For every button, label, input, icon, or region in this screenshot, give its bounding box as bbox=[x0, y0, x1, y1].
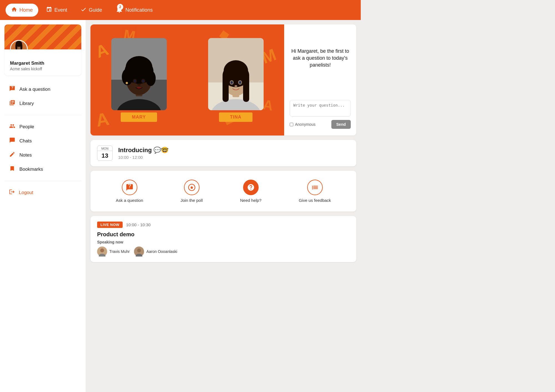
sidebar-item-ask-question[interactable]: Ask a question bbox=[4, 82, 81, 96]
svg-point-44 bbox=[137, 248, 141, 252]
live-session-card: LIVE NOW 10:00 - 10:30 Product demo Spea… bbox=[90, 216, 356, 262]
sidebar-item-notes[interactable]: Notes bbox=[4, 148, 81, 162]
join-poll-circle-icon bbox=[184, 180, 200, 195]
people-icon bbox=[9, 123, 16, 130]
svg-point-19 bbox=[142, 80, 144, 82]
nav-notifications-label: Notifications bbox=[125, 7, 153, 13]
need-help-action-label: Need help? bbox=[240, 198, 261, 203]
bookmarks-label: Bookmarks bbox=[19, 167, 43, 172]
question-panel: Hi Margaret, be the first to ask a quest… bbox=[284, 24, 356, 135]
actions-bar: Ask a question Join the poll bbox=[90, 171, 356, 212]
date-badge-number: 13 bbox=[97, 151, 112, 160]
anonymous-checkbox[interactable] bbox=[290, 123, 293, 126]
ask-question-circle-icon bbox=[122, 180, 137, 195]
main-content: A M A M ◆ ◆ M A bbox=[86, 20, 361, 392]
main-layout: Margaret Smith Acme sales kickoff Ask a … bbox=[0, 20, 361, 392]
video-stage: A M A M ◆ ◆ M A bbox=[90, 24, 284, 135]
anonymous-label: Anonymous bbox=[295, 122, 316, 127]
sidebar-item-chats[interactable]: Chats bbox=[4, 134, 81, 148]
avatar bbox=[10, 40, 28, 49]
speaker-chip-2: Aaron Oooanlaski bbox=[134, 247, 177, 257]
live-session-header: LIVE NOW 10:00 - 10:30 bbox=[97, 222, 350, 228]
nav-event[interactable]: Event bbox=[41, 4, 73, 17]
event-icon bbox=[46, 6, 52, 14]
speaker-name-2: Aaron Oooanlaski bbox=[146, 249, 177, 254]
library-label: Library bbox=[19, 101, 34, 106]
speaker-avatar-2 bbox=[134, 247, 144, 257]
action-join-poll[interactable]: Join the poll bbox=[175, 177, 208, 205]
speaker-avatar-1 bbox=[97, 247, 107, 257]
speaker-tina-card: TINA bbox=[187, 34, 284, 126]
sidebar-nav: Ask a question Library bbox=[0, 80, 86, 113]
action-feedback[interactable]: Give us feedback bbox=[293, 177, 337, 205]
live-session-title: Product demo bbox=[97, 231, 350, 238]
speaker-tina-photo bbox=[208, 38, 264, 110]
question-footer: Anonymous Send bbox=[290, 120, 351, 129]
join-poll-action-label: Join the poll bbox=[180, 198, 203, 203]
sidebar-item-library[interactable]: Library bbox=[4, 96, 81, 110]
notes-label: Notes bbox=[19, 152, 32, 158]
send-button[interactable]: Send bbox=[331, 120, 351, 129]
sidebar-item-bookmarks[interactable]: Bookmarks bbox=[4, 162, 81, 176]
action-ask-question[interactable]: Ask a question bbox=[110, 177, 148, 205]
ask-question-label: Ask a question bbox=[19, 87, 51, 92]
live-session-time: 10:00 - 10:30 bbox=[126, 222, 150, 227]
session-title: Introducing 💬🤓 bbox=[118, 147, 350, 154]
sidebar-item-logout[interactable]: Logout bbox=[0, 185, 86, 200]
need-help-circle-icon bbox=[243, 180, 259, 195]
speaker-mary-name: MARY bbox=[121, 112, 157, 122]
svg-point-41 bbox=[100, 248, 104, 252]
action-need-help[interactable]: Need help? bbox=[234, 177, 267, 205]
question-input-area: Anonymous Send bbox=[290, 100, 351, 129]
svg-point-15 bbox=[126, 56, 152, 78]
svg-point-6 bbox=[16, 41, 22, 47]
top-nav: Home Event Guide 2 Notifications bbox=[0, 0, 361, 20]
speaker-name-1: Travis Muhr bbox=[109, 249, 130, 254]
speaker-mary-photo bbox=[111, 38, 167, 110]
profile-name: Margaret Smith bbox=[10, 61, 76, 66]
svg-rect-39 bbox=[312, 189, 313, 189]
session-bar: MON 13 Introducing 💬🤓 10:00 - 12:00 bbox=[90, 140, 356, 166]
speaker-mary-card: MARY bbox=[90, 34, 187, 126]
svg-rect-38 bbox=[312, 187, 313, 188]
chats-label: Chats bbox=[19, 138, 32, 144]
logout-label: Logout bbox=[19, 190, 33, 195]
profile-card: Margaret Smith Acme sales kickoff bbox=[4, 24, 81, 76]
session-info: Introducing 💬🤓 10:00 - 12:00 bbox=[118, 147, 350, 160]
nav-guide-label: Guide bbox=[89, 7, 102, 13]
profile-info: Margaret Smith Acme sales kickoff bbox=[4, 49, 81, 76]
home-icon bbox=[11, 6, 17, 14]
logout-icon bbox=[9, 189, 15, 196]
ask-question-icon bbox=[9, 86, 16, 93]
video-panel: A M A M ◆ ◆ M A bbox=[90, 24, 356, 135]
nav-home[interactable]: Home bbox=[6, 4, 38, 17]
anonymous-checkbox-label[interactable]: Anonymous bbox=[290, 122, 316, 127]
svg-point-18 bbox=[134, 80, 136, 82]
library-icon bbox=[9, 100, 16, 107]
sidebar-social-nav: People Chats Notes bbox=[0, 117, 86, 179]
guide-icon bbox=[80, 6, 87, 14]
people-label: People bbox=[19, 124, 34, 130]
nav-notifications[interactable]: 2 Notifications bbox=[110, 3, 158, 17]
live-badge: LIVE NOW bbox=[97, 222, 123, 228]
speaking-now-label: Speaking now bbox=[97, 240, 350, 244]
sidebar: Margaret Smith Acme sales kickoff Ask a … bbox=[0, 20, 86, 392]
date-badge-day: MON bbox=[97, 146, 112, 151]
sidebar-divider-1 bbox=[4, 115, 81, 115]
profile-banner bbox=[4, 24, 81, 49]
nav-home-label: Home bbox=[19, 7, 33, 13]
sidebar-item-people[interactable]: People bbox=[4, 120, 81, 134]
chats-icon bbox=[9, 137, 16, 145]
sidebar-divider-2 bbox=[4, 181, 81, 181]
svg-point-21 bbox=[126, 82, 128, 84]
feedback-action-label: Give us feedback bbox=[299, 198, 331, 203]
speaker-chip-1: Travis Muhr bbox=[97, 247, 130, 257]
bookmarks-icon bbox=[9, 165, 16, 173]
nav-guide[interactable]: Guide bbox=[75, 4, 108, 17]
svg-point-30 bbox=[224, 60, 248, 81]
speaker-tina-name: TINA bbox=[219, 112, 253, 122]
nav-event-label: Event bbox=[54, 7, 67, 13]
svg-rect-37 bbox=[312, 186, 313, 187]
question-input[interactable] bbox=[290, 100, 351, 117]
speakers-row: Travis Muhr Aaron Oooanlaski bbox=[97, 247, 350, 257]
